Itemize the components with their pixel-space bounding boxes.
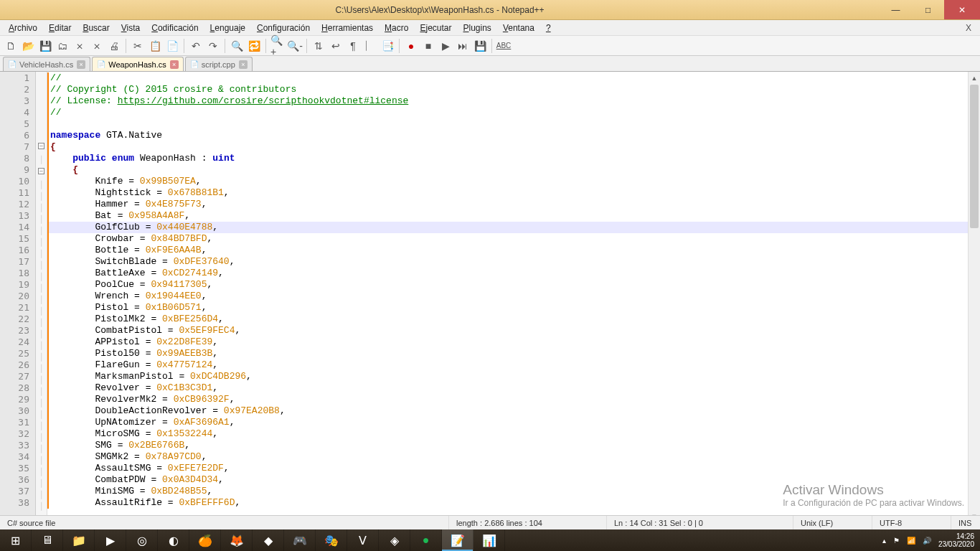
scrollbar-thumb[interactable]	[970, 85, 979, 228]
status-eol: Unix (LF)	[793, 516, 872, 529]
file-explorer-icon[interactable]: 📁	[63, 529, 95, 551]
menu-plugins[interactable]: Plugins	[458, 22, 497, 34]
macro-stop-icon[interactable]: ■	[420, 38, 436, 54]
editor: 1234567891011121314151617181920212223242…	[0, 72, 980, 522]
line-number-gutter: 1234567891011121314151617181920212223242…	[0, 72, 36, 522]
menu-archivo[interactable]: Archivo	[3, 22, 43, 34]
wordwrap-icon[interactable]: ↩	[328, 38, 344, 54]
tab-bar: 📄VehicleHash.cs×📄WeaponHash.cs×📄script.c…	[0, 56, 980, 72]
toolbar: 🗋 📂 💾 🗂 ⨉ ⨉ 🖨 ✂ 📋 📄 ↶ ↷ 🔍 🔁 🔍+ 🔍- ⇅ ↩ ¶ …	[0, 36, 980, 56]
tab-weaponhash-cs[interactable]: 📄WeaponHash.cs×	[92, 57, 184, 71]
menu-configuración[interactable]: Configuración	[251, 22, 316, 34]
firefox-icon[interactable]: 🦊	[221, 529, 253, 551]
menu-herramientas[interactable]: Herramientas	[316, 22, 379, 34]
menu-vista[interactable]: Vista	[116, 22, 146, 34]
status-bar: C# source file length : 2.686 lines : 10…	[0, 515, 980, 529]
file-icon: 📄	[8, 60, 17, 68]
zoom-in-icon[interactable]: 🔍+	[270, 38, 286, 54]
menu-buscar[interactable]: Buscar	[77, 22, 115, 34]
redo-icon[interactable]: ↷	[205, 38, 221, 54]
system-tray[interactable]: ▴ ⚑ 📶 🔊 14:26 23/03/2020	[877, 532, 980, 548]
window-controls: — □ ✕	[880, 0, 980, 19]
spotify-icon[interactable]: ●	[410, 529, 442, 551]
tab-close-icon[interactable]: ×	[170, 60, 179, 69]
menu-bar: ArchivoEditarBuscarVistaCodificaciónLeng…	[0, 20, 980, 36]
tab-close-icon[interactable]: ×	[239, 60, 248, 69]
start-button[interactable]: ⊞	[0, 529, 32, 551]
chrome-icon[interactable]: ◎	[126, 529, 158, 551]
media-player-icon[interactable]: ▶	[95, 529, 126, 551]
tray-network-icon[interactable]: 📶	[907, 537, 915, 545]
menu-editar[interactable]: Editar	[43, 22, 77, 34]
tab-label: script.cpp	[202, 60, 235, 69]
tray-flag-icon[interactable]: ⚑	[893, 537, 900, 545]
taskbar-app-5[interactable]: ◐	[158, 529, 189, 551]
mdi-close-icon[interactable]: X	[960, 23, 977, 33]
tab-label: VehicleHash.cs	[19, 60, 73, 69]
file-icon: 📄	[190, 60, 199, 68]
status-encoding: UTF-8	[872, 516, 951, 529]
code-area[interactable]: //// Copyright (C) 2015 crosire & contri…	[47, 72, 980, 522]
taskbar-app-15[interactable]: 📊	[473, 529, 505, 551]
sims-icon[interactable]: ◆	[253, 529, 284, 551]
status-length: length : 2.686 lines : 104	[449, 516, 607, 529]
menu-?[interactable]: ?	[540, 22, 557, 34]
minimize-button[interactable]: —	[880, 0, 912, 19]
find-icon[interactable]: 🔍	[229, 38, 245, 54]
menu-lenguaje[interactable]: Lenguaje	[204, 22, 251, 34]
new-file-icon[interactable]: 🗋	[3, 38, 19, 54]
fold-margin: −│−│││││││││││││││││││││││││││││	[36, 72, 47, 522]
taskbar-app-10[interactable]: 🎭	[316, 529, 347, 551]
menu-ventana[interactable]: Ventana	[497, 22, 540, 34]
vertical-scrollbar[interactable]: ▲ ▼	[968, 72, 980, 522]
zoom-out-icon[interactable]: 🔍-	[287, 38, 303, 54]
show-all-chars-icon[interactable]: ¶	[345, 38, 361, 54]
gamepad-icon[interactable]: 🎮	[284, 529, 316, 551]
tray-clock[interactable]: 14:26 23/03/2020	[938, 532, 974, 548]
close-file-icon[interactable]: ⨉	[72, 38, 88, 54]
macro-play-multi-icon[interactable]: ⏭	[455, 38, 471, 54]
tray-volume-icon[interactable]: 🔊	[923, 537, 931, 545]
status-filetype: C# source file	[0, 516, 449, 529]
gtav-icon[interactable]: Ⅴ	[347, 529, 379, 551]
notepadpp-icon[interactable]: 📝	[442, 529, 473, 551]
print-icon[interactable]: 🖨	[106, 38, 122, 54]
close-all-icon[interactable]: ⨉	[89, 38, 105, 54]
taskbar: ⊞ 🖥 📁 ▶ ◎ ◐ 🍊 🦊 ◆ 🎮 🎭 Ⅴ ◈ ● 📝 📊 ▴ ⚑ 📶 🔊 …	[0, 529, 980, 551]
visualstudio-icon[interactable]: ◈	[379, 529, 410, 551]
undo-icon[interactable]: ↶	[188, 38, 204, 54]
paste-icon[interactable]: 📄	[164, 38, 180, 54]
menu-ejecutar[interactable]: Ejecutar	[414, 22, 457, 34]
scroll-up-icon[interactable]: ▲	[969, 72, 980, 84]
tab-close-icon[interactable]: ×	[77, 60, 85, 69]
copy-icon[interactable]: 📋	[147, 38, 163, 54]
macro-save-icon[interactable]: 💾	[472, 38, 488, 54]
save-all-icon[interactable]: 🗂	[55, 38, 70, 54]
status-ins: INS	[951, 516, 980, 529]
replace-icon[interactable]: 🔁	[246, 38, 262, 54]
menu-codificación[interactable]: Codificación	[146, 22, 204, 34]
indent-guide-icon[interactable]: ⎸	[362, 38, 378, 54]
tab-vehiclehash-cs[interactable]: 📄VehicleHash.cs×	[3, 57, 90, 71]
macro-record-icon[interactable]: ●	[403, 38, 419, 54]
tray-chevron-icon[interactable]: ▴	[882, 537, 886, 545]
taskbar-app-1[interactable]: 🖥	[32, 529, 63, 551]
close-button[interactable]: ✕	[944, 0, 980, 19]
status-position: Ln : 14 Col : 31 Sel : 0 | 0	[607, 516, 793, 529]
title-bar: C:\Users\Alex\Desktop\x\WeaponHash.cs - …	[0, 0, 980, 20]
tab-script-cpp[interactable]: 📄script.cpp×	[185, 57, 253, 71]
save-icon[interactable]: 💾	[37, 38, 53, 54]
flstudio-icon[interactable]: 🍊	[189, 529, 221, 551]
open-file-icon[interactable]: 📂	[20, 38, 36, 54]
macro-play-icon[interactable]: ▶	[438, 38, 453, 54]
lang-icon[interactable]: 📑	[380, 38, 395, 54]
spellcheck-icon[interactable]: ABC	[496, 38, 512, 54]
tab-label: WeaponHash.cs	[108, 60, 166, 69]
file-icon: 📄	[97, 60, 105, 68]
cut-icon[interactable]: ✂	[130, 38, 146, 54]
menu-macro[interactable]: Macro	[379, 22, 414, 34]
window-title: C:\Users\Alex\Desktop\x\WeaponHash.cs - …	[0, 5, 880, 15]
maximize-button[interactable]: □	[912, 0, 944, 19]
sync-scroll-icon[interactable]: ⇅	[311, 38, 326, 54]
